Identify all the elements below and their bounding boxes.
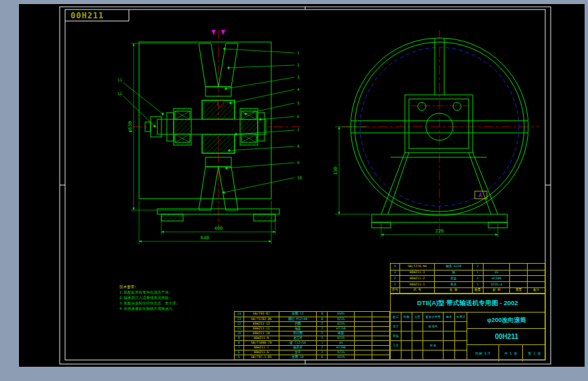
svg-text:2: 2 <box>297 62 300 67</box>
base-foot <box>161 214 183 221</box>
table-cell: 9 <box>235 336 244 340</box>
table-cell <box>372 350 389 355</box>
signature-cell: 更改文件号 <box>423 313 444 321</box>
bearing-left <box>174 108 191 145</box>
signature-cell: 处数 <box>401 313 412 321</box>
signature-cell: 工艺 <box>391 341 401 350</box>
section-marker <box>212 30 216 35</box>
table-cell <box>355 312 372 317</box>
drawing-number-label: 00H211 <box>71 11 104 20</box>
table-cell: HT200 <box>328 346 355 350</box>
table-cell: 7 <box>235 346 244 350</box>
bom-table-upper: 4GB/T276-94轴承 63102300H211-3轴145200H211-… <box>390 263 545 294</box>
svg-text:1: 1 <box>297 50 300 55</box>
table-cell: 材 料 <box>484 288 511 294</box>
table-cell: Q235 <box>328 355 355 359</box>
sheave-flange <box>199 167 218 210</box>
table-cell: GB/T5782-86 <box>244 317 279 321</box>
note-line: 3.装配后滚筒应转动灵活、无卡滞; <box>119 300 233 306</box>
table-cell <box>372 341 389 345</box>
table-cell <box>372 332 389 336</box>
table-cell: 00H211-3 <box>400 270 435 276</box>
dim-text: 130 <box>333 167 338 176</box>
svg-text:5: 5 <box>297 100 300 105</box>
table-cell: 8 <box>235 341 244 345</box>
dim-text: 220 <box>435 228 444 234</box>
svg-text:6: 6 <box>297 114 300 119</box>
table-cell: 螺栓 M12×40 <box>279 317 317 321</box>
signature-cell <box>412 341 423 350</box>
signature-cell <box>444 350 455 360</box>
table-cell: 5 <box>235 355 244 359</box>
table-cell: Q235 <box>328 322 355 326</box>
signature-cell: 签名 <box>444 313 455 321</box>
signature-row: 设计标准化 <box>391 322 467 332</box>
table-cell: 00H211-7 <box>244 346 279 350</box>
table-cell: Q235-A <box>484 282 511 287</box>
table-row: 5GB/T97.1-85垫圈 108Q235 <box>235 355 389 359</box>
table-cell: 00H211-1 <box>400 282 435 287</box>
table-cell: Q235 <box>328 317 355 321</box>
table-cell: 6 <box>235 350 244 355</box>
signature-cell <box>401 350 412 360</box>
signature-row: 标记处数分区更改文件号签名年月日 <box>391 313 467 322</box>
table-row: 1000H211-10密封圈2橡胶 <box>235 331 389 336</box>
sheave-flange <box>199 43 218 87</box>
base-foot <box>254 214 275 221</box>
table-cell: 迷宫环 <box>279 336 317 340</box>
table-cell <box>510 282 528 287</box>
table-cell: 2 <box>473 276 484 281</box>
signature-cell: 审核 <box>391 332 401 340</box>
table-cell: 45 <box>328 341 355 345</box>
signature-cell: 标记 <box>391 313 401 321</box>
svg-text:11: 11 <box>117 77 123 82</box>
table-cell: 橡胶 <box>328 332 355 336</box>
table-cell: 00H211-10 <box>244 332 279 336</box>
signature-cell <box>401 332 412 340</box>
table-cell: 13 <box>235 317 244 321</box>
dim-text: φ630 <box>128 121 133 133</box>
table-cell: 垫圈 12 <box>279 312 317 317</box>
signature-cell <box>401 322 412 331</box>
title-block: DTII(A)型 带式输送机专用图 - 2002 标记处数分区更改文件号签名年月… <box>390 294 545 360</box>
table-cell: 2 <box>317 322 328 326</box>
table-row: 700H211-7轴承座2HT200 <box>235 345 389 350</box>
table-cell: 垫圈 10 <box>279 355 317 359</box>
table-cell: 重量 <box>510 288 528 294</box>
table-cell <box>528 270 545 276</box>
table-cell <box>372 322 389 326</box>
signature-cell <box>455 322 467 331</box>
table-cell <box>355 346 372 350</box>
title-block-signature-grid: 标记处数分区更改文件号签名年月日设计标准化审核工艺批准 <box>391 313 467 360</box>
svg-text:3: 3 <box>297 75 300 79</box>
table-cell: 00H211-12 <box>244 322 279 326</box>
table-cell: 12 <box>235 322 244 326</box>
table-cell: 数量 <box>473 288 484 294</box>
table-row: 1100H211-11端盖2HT150 <box>235 326 389 331</box>
table-cell: 2 <box>317 332 328 336</box>
table-cell: 挡圈 <box>279 322 317 326</box>
signature-cell <box>391 350 401 360</box>
signature-cell <box>444 341 455 350</box>
table-cell: 备注 <box>528 288 545 294</box>
signature-row: 工艺批准 <box>391 341 467 350</box>
table-row: 200H211-2接盘2HT200 <box>391 275 545 281</box>
title-block-sheet-no: 第 1 张 <box>523 345 546 361</box>
table-cell <box>484 264 511 270</box>
table-cell: 2 <box>317 346 328 350</box>
table-cell: 端盖 <box>279 327 317 331</box>
note-line: 技术要求: <box>119 284 233 289</box>
table-cell: 3 <box>391 270 400 276</box>
table-cell: 2 <box>317 350 328 355</box>
table-cell: 2 <box>317 336 328 340</box>
note-line: 2.轴承内注入适量锂基润滑脂; <box>119 295 233 300</box>
table-row: 1200H211-12挡圈2Q235 <box>235 321 389 326</box>
table-cell <box>355 332 372 336</box>
note-line: 1.装配前所有零件应清洗干净; <box>119 289 233 295</box>
dimension-640: 640 <box>139 201 271 244</box>
signature-cell <box>412 350 423 360</box>
table-row: 8GB/T1096-79键 C12×56145 <box>235 340 389 345</box>
right-view-wheel-stand: A 220 130 <box>333 30 539 239</box>
signature-cell <box>455 332 467 340</box>
signature-cell <box>412 332 423 340</box>
